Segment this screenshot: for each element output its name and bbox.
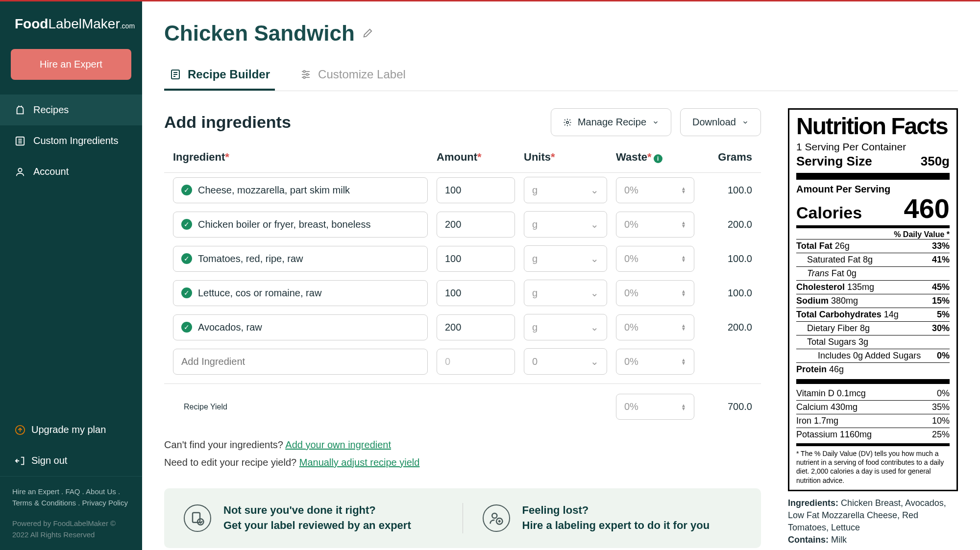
chevron-down-icon xyxy=(742,119,749,126)
units-select[interactable]: g⌄ xyxy=(524,314,607,340)
amount-input[interactable] xyxy=(437,349,515,375)
stepper-icon[interactable]: ▲▼ xyxy=(681,404,686,410)
page-title: Chicken Sandwich xyxy=(164,21,355,46)
button-label: Manage Recipe xyxy=(578,117,646,128)
review-card[interactable]: Not sure you've done it right?Get your l… xyxy=(184,503,443,533)
sidebar-item-label: Account xyxy=(33,166,69,177)
chevron-down-icon: ⌄ xyxy=(590,184,599,196)
upgrade-label: Upgrade my plan xyxy=(31,424,106,435)
ingredient-name-input[interactable]: ✓Cheese, mozzarella, part skim milk xyxy=(173,177,428,203)
sidebar-item-custom-ingredients[interactable]: Custom Ingredients xyxy=(0,125,142,156)
sliders-icon xyxy=(299,68,312,81)
grams-value: 100.0 xyxy=(703,287,752,299)
stepper-icon[interactable]: ▲▼ xyxy=(681,221,686,228)
download-button[interactable]: Download xyxy=(680,108,761,136)
amount-input[interactable] xyxy=(437,280,515,306)
check-icon: ✓ xyxy=(181,253,192,264)
waste-input[interactable]: 0%▲▼ xyxy=(616,314,694,340)
ingredients-text: Ingredients: Chicken Breast, Avocados, L… xyxy=(788,497,958,547)
amount-input[interactable] xyxy=(437,314,515,340)
amount-input[interactable] xyxy=(437,212,515,238)
main-content: Chicken Sandwich Recipe Builder Customiz… xyxy=(142,1,980,550)
footer-copyright: Powered by FoodLabelMaker © 2022 All Rig… xyxy=(0,513,142,550)
chevron-down-icon: ⌄ xyxy=(590,321,599,333)
sidebar-item-account[interactable]: Account xyxy=(0,156,142,187)
units-select[interactable]: g⌄ xyxy=(524,177,607,203)
ingredient-name-input[interactable]: ✓Tomatoes, red, ripe, raw xyxy=(173,246,428,272)
info-icon[interactable]: i xyxy=(654,154,662,163)
tab-customize-label[interactable]: Customize Label xyxy=(294,60,411,91)
sidebar-item-recipes[interactable]: Recipes xyxy=(0,95,142,125)
svg-point-11 xyxy=(303,71,305,72)
table-row: ✓Cheese, mozzarella, part skim milk g⌄ 0… xyxy=(164,173,761,207)
upgrade-icon xyxy=(15,425,25,435)
tab-label: Customize Label xyxy=(318,68,406,81)
yield-label: Recipe Yield xyxy=(173,403,428,411)
review-icon xyxy=(184,504,211,532)
label-servings: 1 Serving Per Container xyxy=(796,141,950,153)
svg-point-4 xyxy=(18,168,22,171)
stepper-icon[interactable]: ▲▼ xyxy=(681,289,686,296)
waste-input[interactable]: 0%▲▼ xyxy=(616,177,694,203)
units-select[interactable]: g⌄ xyxy=(524,245,607,272)
add-own-ingredient-link[interactable]: Add your own ingredient xyxy=(285,439,391,450)
waste-input[interactable]: 0%▲▼ xyxy=(616,212,694,238)
col-amount: Amount xyxy=(437,151,477,163)
gear-icon xyxy=(563,118,572,127)
hire-card[interactable]: Feeling lost?Hire a labeling expert to d… xyxy=(463,503,742,533)
footer-links[interactable]: Hire an Expert . FAQ . About Us . Terms … xyxy=(0,477,142,513)
chevron-down-icon: ⌄ xyxy=(590,356,599,367)
manage-recipe-button[interactable]: Manage Recipe xyxy=(551,108,671,136)
nutrition-label: Nutrition Facts 1 Serving Per Container … xyxy=(788,108,958,491)
col-units: Units xyxy=(524,151,551,163)
upgrade-plan-button[interactable]: Upgrade my plan xyxy=(0,414,142,445)
grams-value: 200.0 xyxy=(703,219,752,230)
add-ingredient-input[interactable] xyxy=(173,349,428,375)
recipe-icon xyxy=(15,105,25,116)
svg-point-15 xyxy=(303,76,305,78)
amount-input[interactable] xyxy=(437,177,515,203)
grams-value: 200.0 xyxy=(703,322,752,333)
expert-cards: Not sure you've done it right?Get your l… xyxy=(164,488,761,548)
svg-point-19 xyxy=(492,513,497,518)
ingredient-name-input[interactable]: ✓Avocados, raw xyxy=(173,314,428,340)
hire-expert-button[interactable]: Hire an Expert xyxy=(11,49,131,80)
stepper-icon[interactable]: ▲▼ xyxy=(681,324,686,331)
svg-rect-17 xyxy=(193,513,200,523)
label-note: * The % Daily Value (DV) tells you how m… xyxy=(796,443,950,485)
adjust-yield-link[interactable]: Manually adjust recipe yield xyxy=(299,457,420,468)
label-title: Nutrition Facts xyxy=(796,115,950,138)
stepper-icon[interactable]: ▲▼ xyxy=(681,255,686,262)
col-grams: Grams xyxy=(703,151,752,164)
chevron-down-icon: ⌄ xyxy=(590,287,599,299)
tab-recipe-builder[interactable]: Recipe Builder xyxy=(164,60,275,91)
sidebar-item-label: Recipes xyxy=(33,104,69,116)
table-row: ✓Lettuce, cos or romaine, raw g⌄ 0%▲▼ 10… xyxy=(164,276,761,310)
chevron-down-icon: ⌄ xyxy=(590,218,599,230)
grams-value: 100.0 xyxy=(703,185,752,196)
units-select[interactable]: g⌄ xyxy=(524,211,607,238)
stepper-icon[interactable]: ▲▼ xyxy=(681,187,686,193)
stepper-icon[interactable]: ▲▼ xyxy=(681,358,686,365)
edit-title-icon[interactable] xyxy=(362,28,373,39)
check-icon: ✓ xyxy=(181,219,192,230)
waste-input[interactable]: 0%▲▼ xyxy=(616,246,694,272)
ingredient-name-input[interactable]: ✓Lettuce, cos or romaine, raw xyxy=(173,280,428,306)
check-icon: ✓ xyxy=(181,185,192,195)
yield-waste-input[interactable]: 0%▲▼ xyxy=(616,394,694,420)
waste-input[interactable]: 0%▲▼ xyxy=(616,349,694,375)
list-icon xyxy=(15,136,25,146)
amount-input[interactable] xyxy=(437,246,515,272)
units-select[interactable]: 0⌄ xyxy=(524,348,607,375)
units-select[interactable]: g⌄ xyxy=(524,280,607,306)
signout-label: Sign out xyxy=(31,455,67,466)
waste-input[interactable]: 0%▲▼ xyxy=(616,280,694,306)
svg-point-13 xyxy=(306,73,308,75)
ingredient-name-input[interactable]: ✓Chicken boiler or fryer, breast, bonele… xyxy=(173,212,428,238)
signout-button[interactable]: Sign out xyxy=(0,445,142,477)
logo: FoodLabelMaker.com xyxy=(0,1,142,44)
table-row: ✓Chicken boiler or fryer, breast, bonele… xyxy=(164,207,761,241)
yield-grams: 700.0 xyxy=(703,401,752,412)
sidebar: FoodLabelMaker.com Hire an Expert Recipe… xyxy=(0,1,142,550)
check-icon: ✓ xyxy=(181,287,192,298)
